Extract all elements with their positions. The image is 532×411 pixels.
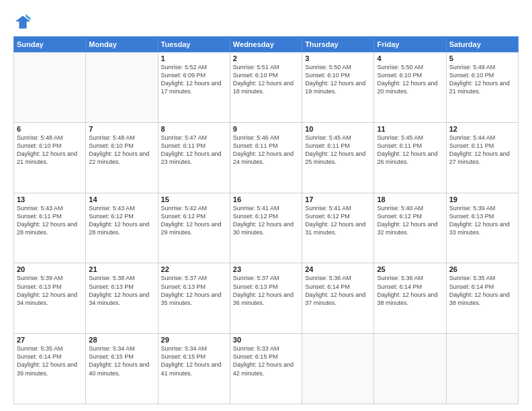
calendar-cell: 10Sunrise: 5:45 AM Sunset: 6:11 PM Dayli… bbox=[302, 122, 374, 193]
calendar-cell: 18Sunrise: 5:40 AM Sunset: 6:12 PM Dayli… bbox=[374, 193, 446, 263]
calendar-cell: 20Sunrise: 5:39 AM Sunset: 6:13 PM Dayli… bbox=[14, 263, 86, 334]
day-info: Sunrise: 5:48 AM Sunset: 6:10 PM Dayligh… bbox=[89, 134, 154, 167]
day-number: 5 bbox=[449, 54, 515, 62]
calendar-cell bbox=[14, 52, 86, 123]
day-number: 16 bbox=[233, 195, 299, 203]
calendar-cell: 19Sunrise: 5:39 AM Sunset: 6:13 PM Dayli… bbox=[446, 193, 518, 263]
day-info: Sunrise: 5:34 AM Sunset: 6:15 PM Dayligh… bbox=[89, 345, 154, 377]
day-number: 26 bbox=[449, 265, 515, 273]
day-number: 27 bbox=[17, 336, 83, 344]
day-info: Sunrise: 5:35 AM Sunset: 6:14 PM Dayligh… bbox=[449, 274, 515, 307]
calendar-cell: 3Sunrise: 5:50 AM Sunset: 6:10 PM Daylig… bbox=[302, 52, 374, 123]
calendar-cell: 1Sunrise: 5:52 AM Sunset: 6:09 PM Daylig… bbox=[158, 52, 230, 123]
day-info: Sunrise: 5:40 AM Sunset: 6:12 PM Dayligh… bbox=[377, 204, 443, 237]
day-number: 3 bbox=[305, 54, 371, 62]
day-number: 13 bbox=[17, 195, 83, 203]
day-number: 8 bbox=[161, 125, 227, 133]
day-number: 19 bbox=[449, 195, 515, 203]
calendar-cell: 12Sunrise: 5:44 AM Sunset: 6:11 PM Dayli… bbox=[446, 122, 518, 193]
calendar-cell bbox=[86, 52, 158, 123]
day-number: 18 bbox=[377, 195, 443, 203]
week-row-0: 1Sunrise: 5:52 AM Sunset: 6:09 PM Daylig… bbox=[14, 52, 519, 123]
day-info: Sunrise: 5:41 AM Sunset: 6:12 PM Dayligh… bbox=[305, 204, 371, 237]
day-info: Sunrise: 5:39 AM Sunset: 6:13 PM Dayligh… bbox=[17, 274, 83, 307]
day-number: 21 bbox=[89, 265, 154, 273]
day-info: Sunrise: 5:39 AM Sunset: 6:13 PM Dayligh… bbox=[449, 204, 515, 237]
logo bbox=[13, 12, 35, 31]
day-number: 6 bbox=[17, 125, 83, 133]
calendar-cell bbox=[446, 334, 518, 404]
day-header-monday: Monday bbox=[86, 37, 158, 52]
calendar-cell: 21Sunrise: 5:38 AM Sunset: 6:13 PM Dayli… bbox=[86, 263, 158, 334]
day-info: Sunrise: 5:38 AM Sunset: 6:13 PM Dayligh… bbox=[89, 274, 154, 307]
day-number: 10 bbox=[305, 125, 371, 133]
day-info: Sunrise: 5:36 AM Sunset: 6:14 PM Dayligh… bbox=[377, 274, 443, 307]
day-number: 4 bbox=[377, 54, 443, 62]
day-info: Sunrise: 5:43 AM Sunset: 6:11 PM Dayligh… bbox=[17, 204, 83, 237]
calendar-cell bbox=[302, 334, 374, 404]
day-info: Sunrise: 5:34 AM Sunset: 6:15 PM Dayligh… bbox=[161, 345, 227, 377]
day-info: Sunrise: 5:37 AM Sunset: 6:13 PM Dayligh… bbox=[233, 274, 299, 307]
day-number: 1 bbox=[161, 54, 227, 62]
day-number: 11 bbox=[377, 125, 443, 133]
calendar-table: SundayMondayTuesdayWednesdayThursdayFrid… bbox=[13, 36, 519, 404]
day-info: Sunrise: 5:33 AM Sunset: 6:15 PM Dayligh… bbox=[233, 345, 299, 377]
calendar-cell: 26Sunrise: 5:35 AM Sunset: 6:14 PM Dayli… bbox=[446, 263, 518, 334]
day-header-tuesday: Tuesday bbox=[158, 37, 230, 52]
day-info: Sunrise: 5:46 AM Sunset: 6:11 PM Dayligh… bbox=[233, 134, 299, 167]
day-number: 28 bbox=[89, 336, 154, 344]
week-row-2: 13Sunrise: 5:43 AM Sunset: 6:11 PM Dayli… bbox=[14, 193, 519, 263]
day-number: 25 bbox=[377, 265, 443, 273]
calendar-cell: 2Sunrise: 5:51 AM Sunset: 6:10 PM Daylig… bbox=[230, 52, 302, 123]
day-number: 24 bbox=[305, 265, 371, 273]
day-header-friday: Friday bbox=[374, 37, 446, 52]
logo-icon bbox=[13, 12, 32, 31]
day-number: 7 bbox=[89, 125, 154, 133]
calendar-cell: 27Sunrise: 5:35 AM Sunset: 6:14 PM Dayli… bbox=[14, 334, 86, 404]
calendar-cell: 14Sunrise: 5:43 AM Sunset: 6:12 PM Dayli… bbox=[86, 193, 158, 263]
day-info: Sunrise: 5:47 AM Sunset: 6:11 PM Dayligh… bbox=[161, 134, 227, 167]
day-info: Sunrise: 5:36 AM Sunset: 6:14 PM Dayligh… bbox=[305, 274, 371, 307]
day-info: Sunrise: 5:45 AM Sunset: 6:11 PM Dayligh… bbox=[305, 134, 371, 167]
calendar-cell: 16Sunrise: 5:41 AM Sunset: 6:12 PM Dayli… bbox=[230, 193, 302, 263]
week-row-1: 6Sunrise: 5:48 AM Sunset: 6:10 PM Daylig… bbox=[14, 122, 519, 193]
header bbox=[13, 12, 519, 31]
calendar-cell: 24Sunrise: 5:36 AM Sunset: 6:14 PM Dayli… bbox=[302, 263, 374, 334]
calendar-cell bbox=[374, 334, 446, 404]
day-info: Sunrise: 5:41 AM Sunset: 6:12 PM Dayligh… bbox=[233, 204, 299, 237]
calendar-cell: 6Sunrise: 5:48 AM Sunset: 6:10 PM Daylig… bbox=[14, 122, 86, 193]
day-number: 12 bbox=[449, 125, 515, 133]
calendar-cell: 13Sunrise: 5:43 AM Sunset: 6:11 PM Dayli… bbox=[14, 193, 86, 263]
day-info: Sunrise: 5:51 AM Sunset: 6:10 PM Dayligh… bbox=[233, 63, 299, 96]
calendar-header-row: SundayMondayTuesdayWednesdayThursdayFrid… bbox=[14, 37, 519, 52]
day-number: 2 bbox=[233, 54, 299, 62]
calendar-cell: 25Sunrise: 5:36 AM Sunset: 6:14 PM Dayli… bbox=[374, 263, 446, 334]
calendar-cell: 11Sunrise: 5:45 AM Sunset: 6:11 PM Dayli… bbox=[374, 122, 446, 193]
day-header-wednesday: Wednesday bbox=[230, 37, 302, 52]
calendar-cell: 17Sunrise: 5:41 AM Sunset: 6:12 PM Dayli… bbox=[302, 193, 374, 263]
day-number: 30 bbox=[233, 336, 299, 344]
day-info: Sunrise: 5:49 AM Sunset: 6:10 PM Dayligh… bbox=[449, 63, 515, 96]
day-number: 23 bbox=[233, 265, 299, 273]
week-row-4: 27Sunrise: 5:35 AM Sunset: 6:14 PM Dayli… bbox=[14, 334, 519, 404]
day-info: Sunrise: 5:45 AM Sunset: 6:11 PM Dayligh… bbox=[377, 134, 443, 167]
calendar-cell: 9Sunrise: 5:46 AM Sunset: 6:11 PM Daylig… bbox=[230, 122, 302, 193]
day-number: 20 bbox=[17, 265, 83, 273]
day-number: 15 bbox=[161, 195, 227, 203]
day-info: Sunrise: 5:37 AM Sunset: 6:13 PM Dayligh… bbox=[161, 274, 227, 307]
day-info: Sunrise: 5:42 AM Sunset: 6:12 PM Dayligh… bbox=[161, 204, 227, 237]
day-header-thursday: Thursday bbox=[302, 37, 374, 52]
day-number: 17 bbox=[305, 195, 371, 203]
day-info: Sunrise: 5:52 AM Sunset: 6:09 PM Dayligh… bbox=[161, 63, 227, 96]
calendar-cell: 22Sunrise: 5:37 AM Sunset: 6:13 PM Dayli… bbox=[158, 263, 230, 334]
calendar-cell: 5Sunrise: 5:49 AM Sunset: 6:10 PM Daylig… bbox=[446, 52, 518, 123]
day-info: Sunrise: 5:48 AM Sunset: 6:10 PM Dayligh… bbox=[17, 134, 83, 167]
calendar-cell: 8Sunrise: 5:47 AM Sunset: 6:11 PM Daylig… bbox=[158, 122, 230, 193]
day-number: 14 bbox=[89, 195, 154, 203]
day-number: 22 bbox=[161, 265, 227, 273]
day-info: Sunrise: 5:50 AM Sunset: 6:10 PM Dayligh… bbox=[305, 63, 371, 96]
day-info: Sunrise: 5:35 AM Sunset: 6:14 PM Dayligh… bbox=[17, 345, 83, 377]
week-row-3: 20Sunrise: 5:39 AM Sunset: 6:13 PM Dayli… bbox=[14, 263, 519, 334]
day-header-sunday: Sunday bbox=[14, 37, 86, 52]
calendar-cell: 29Sunrise: 5:34 AM Sunset: 6:15 PM Dayli… bbox=[158, 334, 230, 404]
